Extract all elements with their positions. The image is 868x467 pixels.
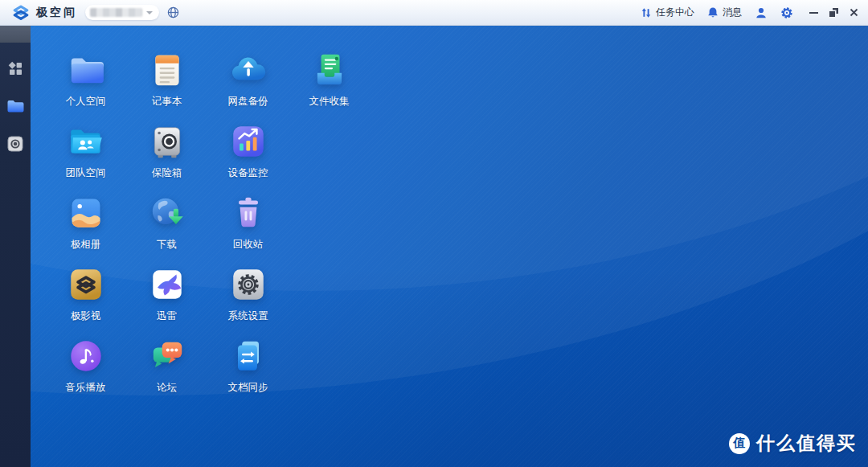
apps-grid-icon	[8, 61, 23, 76]
device-name-selector[interactable]	[85, 5, 159, 20]
app-movies[interactable]: 极影视	[45, 261, 126, 333]
close-icon	[850, 8, 858, 17]
sidebar	[0, 26, 31, 467]
file-collection-icon	[309, 50, 350, 90]
app-safe-box[interactable]: 保险箱	[126, 118, 207, 190]
app-music-player[interactable]: 音乐播放	[45, 333, 126, 404]
messages-button[interactable]: 消息	[707, 6, 742, 19]
app-title: 极空间	[36, 6, 77, 20]
app-label: 记事本	[152, 95, 182, 109]
doc-sync-icon	[228, 336, 268, 376]
minimize-button[interactable]	[809, 12, 818, 14]
task-center-button[interactable]: 任务中心	[641, 6, 694, 19]
app-label: 文件收集	[309, 95, 350, 109]
bell-icon	[707, 6, 719, 18]
app-recycle-bin[interactable]: 回收站	[207, 190, 289, 261]
dial-icon	[7, 136, 23, 152]
chevron-down-icon	[146, 11, 153, 14]
restore-icon	[829, 8, 838, 17]
xunlei-bird-icon	[147, 264, 187, 305]
globe-icon[interactable]	[166, 6, 180, 19]
notepad-icon	[147, 50, 187, 90]
desktop-icon-grid: 个人空间 记事本	[45, 47, 370, 404]
music-note-icon	[66, 336, 106, 376]
sort-arrows-icon	[641, 7, 652, 18]
app-label: 设备监控	[228, 166, 268, 180]
sidebar-item-apps[interactable]	[0, 56, 31, 80]
app-device-monitor[interactable]: 设备监控	[207, 118, 289, 190]
safe-box-icon	[147, 121, 187, 162]
sidebar-item-backup[interactable]	[0, 132, 31, 156]
messages-label: 消息	[723, 6, 742, 19]
gear-icon	[780, 6, 793, 19]
app-system-settings[interactable]: 系统设置	[207, 261, 289, 333]
movies-icon	[66, 264, 106, 305]
smzdm-badge-icon: 值	[729, 433, 750, 454]
app-label: 音乐播放	[66, 381, 106, 395]
smzdm-watermark-text: 什么值得买	[756, 431, 857, 456]
desktop: 个人空间 记事本	[31, 26, 868, 467]
jspace-logo-icon	[11, 3, 31, 23]
sidebar-item-files[interactable]	[0, 94, 31, 118]
app-label: 个人空间	[66, 95, 106, 109]
app-xunlei[interactable]: 迅雷	[126, 261, 207, 333]
trash-icon	[228, 193, 268, 233]
app-label: 团队空间	[66, 166, 106, 180]
forum-bubbles-icon	[147, 336, 187, 376]
team-folder-icon	[66, 121, 106, 162]
restore-button[interactable]	[829, 8, 838, 17]
app-photo-album[interactable]: 极相册	[45, 190, 126, 261]
user-icon	[755, 6, 768, 19]
app-label: 极影视	[71, 309, 101, 323]
folder-icon	[66, 50, 106, 90]
sidebar-header	[0, 26, 31, 43]
photo-album-icon	[66, 193, 106, 233]
app-label: 迅雷	[157, 309, 177, 323]
download-globe-icon	[147, 193, 187, 233]
app-team-space[interactable]: 团队空间	[45, 118, 126, 190]
app-personal-space[interactable]: 个人空间	[45, 47, 126, 118]
app-label: 论坛	[157, 381, 177, 395]
settings-button[interactable]	[780, 6, 793, 19]
folder-icon	[6, 99, 24, 113]
app-forum[interactable]: 论坛	[126, 333, 207, 404]
app-label: 保险箱	[152, 166, 182, 180]
app-cloud-backup[interactable]: 网盘备份	[207, 47, 289, 118]
close-button[interactable]	[850, 6, 858, 20]
app-label: 网盘备份	[228, 95, 268, 109]
app-label: 回收站	[233, 238, 264, 252]
app-label: 下载	[157, 238, 177, 252]
app-label: 文档同步	[228, 381, 268, 395]
app-file-collection[interactable]: 文件收集	[289, 47, 370, 118]
app-download[interactable]: 下载	[126, 190, 207, 261]
minimize-icon	[809, 12, 818, 14]
task-center-label: 任务中心	[656, 6, 694, 19]
app-label: 系统设置	[228, 309, 268, 323]
app-label: 极相册	[71, 238, 101, 252]
smzdm-watermark: 值 什么值得买	[729, 431, 857, 456]
app-notepad[interactable]: 记事本	[126, 47, 207, 118]
app-doc-sync[interactable]: 文档同步	[207, 333, 289, 404]
settings-gear-icon	[228, 264, 268, 305]
user-button[interactable]	[755, 6, 768, 19]
cloud-upload-icon	[228, 50, 268, 90]
topbar: 极空间 任务中心	[0, 0, 868, 26]
device-name-masked	[90, 8, 142, 17]
monitor-chart-icon	[228, 121, 268, 162]
